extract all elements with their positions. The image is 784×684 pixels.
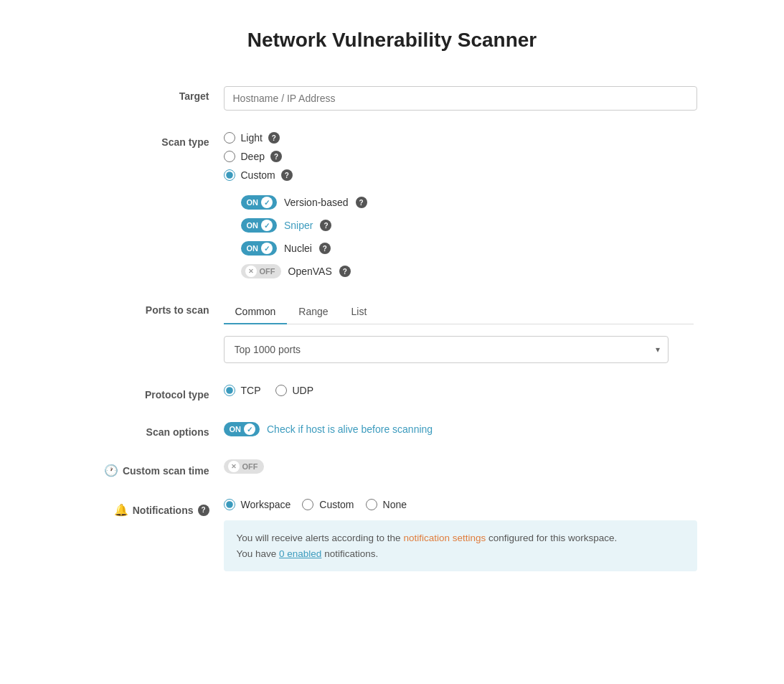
light-help-icon[interactable]: ? bbox=[268, 132, 280, 144]
scan-type-light-label: Light bbox=[241, 132, 263, 144]
notif-custom-radio[interactable] bbox=[302, 499, 313, 510]
openvas-toggle-row: OFF OpenVAS ? bbox=[241, 264, 694, 278]
openvas-help-icon[interactable]: ? bbox=[339, 266, 351, 277]
version-based-toggle-row: ON Version-based ? bbox=[241, 195, 694, 210]
protocol-tcp-item[interactable]: TCP bbox=[224, 385, 261, 396]
custom-scan-time-x-icon bbox=[228, 461, 240, 472]
scan-options-row: Scan options ON Check if host is alive b… bbox=[91, 422, 694, 438]
scan-type-deep-label: Deep bbox=[241, 151, 265, 162]
nuclei-toggle-row: ON Nuclei ? bbox=[241, 241, 694, 256]
notif-workspace-item[interactable]: Workspace bbox=[224, 499, 291, 510]
scan-type-light-radio[interactable] bbox=[224, 132, 235, 144]
protocol-udp-item[interactable]: UDP bbox=[275, 385, 314, 396]
openvas-toggle-off-text: OFF bbox=[260, 267, 275, 276]
scan-type-custom-radio[interactable] bbox=[224, 169, 235, 181]
protocol-udp-label: UDP bbox=[293, 385, 314, 396]
custom-scan-time-row: 🕐 Custom scan time OFF bbox=[91, 459, 694, 477]
notif-none-radio[interactable] bbox=[366, 499, 377, 510]
notifications-content: Workspace Custom None You will receive a… bbox=[224, 499, 697, 571]
notifications-row: 🔔 Notifications ? Workspace Custom None bbox=[91, 499, 694, 571]
custom-scan-time-content: OFF bbox=[224, 459, 694, 474]
sniper-help-icon[interactable]: ? bbox=[320, 220, 331, 231]
scan-type-custom-label: Custom bbox=[241, 169, 275, 181]
target-input[interactable] bbox=[224, 86, 697, 111]
protocol-udp-radio[interactable] bbox=[275, 385, 287, 396]
openvas-x-icon bbox=[245, 266, 257, 277]
scan-type-light-item[interactable]: Light ? bbox=[224, 132, 694, 144]
nuclei-toggle-on-text: ON bbox=[247, 244, 259, 253]
protocol-tcp-radio[interactable] bbox=[224, 385, 235, 396]
notif-info-line1-prefix: You will receive alerts according to the bbox=[237, 533, 404, 543]
custom-scan-time-label-wrapper: 🕐 Custom scan time bbox=[91, 459, 224, 477]
protocol-type-row: Protocol type TCP UDP bbox=[91, 385, 694, 400]
scan-options-toggle-row: ON Check if host is alive before scannin… bbox=[224, 422, 694, 436]
target-row: Target bbox=[91, 86, 694, 111]
scan-type-content: Light ? Deep ? Custom ? bbox=[224, 132, 694, 278]
notif-info-line2-prefix: You have bbox=[237, 548, 280, 559]
clock-icon: 🕐 bbox=[104, 464, 118, 477]
protocol-radio-group: TCP UDP bbox=[224, 385, 694, 396]
scan-options-label: Scan options bbox=[91, 422, 224, 438]
sniper-toggle-row: ON Sniper ? bbox=[241, 218, 694, 233]
scan-options-toggle[interactable]: ON bbox=[224, 422, 260, 436]
ports-to-scan-row: Ports to scan Common Range List Top 1000… bbox=[91, 300, 694, 363]
target-content bbox=[224, 86, 697, 111]
scan-options-check-icon bbox=[244, 423, 255, 435]
notifications-help-icon[interactable]: ? bbox=[198, 505, 209, 516]
sniper-label: Sniper bbox=[284, 220, 313, 231]
scan-type-deep-radio[interactable] bbox=[224, 151, 235, 162]
deep-help-icon[interactable]: ? bbox=[270, 151, 282, 162]
custom-scan-time-toggle[interactable]: OFF bbox=[224, 459, 264, 474]
notifications-info-box: You will receive alerts according to the… bbox=[224, 520, 697, 571]
scan-type-radio-group: Light ? Deep ? Custom ? bbox=[224, 132, 694, 278]
target-label: Target bbox=[91, 86, 224, 102]
custom-scan-time-label: Custom scan time bbox=[123, 465, 209, 477]
scan-options-description: Check if host is alive before scanning bbox=[267, 423, 433, 435]
sniper-check-icon bbox=[261, 220, 273, 231]
tab-list[interactable]: List bbox=[340, 300, 379, 324]
version-based-toggle[interactable]: ON bbox=[241, 195, 278, 210]
notif-info-line1-suffix: configured for this workspace. bbox=[486, 533, 617, 543]
sniper-toggle[interactable]: ON bbox=[241, 218, 278, 233]
notifications-label-wrapper: 🔔 Notifications ? bbox=[91, 499, 224, 517]
scan-options-content: ON Check if host is alive before scannin… bbox=[224, 422, 694, 436]
notif-none-item[interactable]: None bbox=[366, 499, 407, 510]
ports-to-scan-label: Ports to scan bbox=[91, 300, 224, 316]
protocol-type-content: TCP UDP bbox=[224, 385, 694, 396]
notif-custom-label: Custom bbox=[319, 499, 354, 510]
nuclei-help-icon[interactable]: ? bbox=[319, 243, 331, 254]
nuclei-check-icon bbox=[261, 243, 273, 254]
version-based-label: Version-based bbox=[284, 197, 349, 208]
sniper-toggle-on-text: ON bbox=[247, 221, 259, 230]
tab-common[interactable]: Common bbox=[224, 300, 288, 324]
protocol-type-label: Protocol type bbox=[91, 385, 224, 400]
notif-none-label: None bbox=[383, 499, 407, 510]
notif-info-line2-suffix: notifications. bbox=[321, 548, 378, 559]
version-based-help-icon[interactable]: ? bbox=[356, 197, 367, 208]
ports-select[interactable]: Top 1000 ports Top 100 ports All ports bbox=[224, 336, 669, 363]
version-based-toggle-on-text: ON bbox=[247, 198, 259, 207]
notifications-label: Notifications bbox=[133, 505, 194, 516]
scan-type-label: Scan type bbox=[91, 132, 224, 148]
notif-enabled-link[interactable]: 0 enabled bbox=[279, 548, 321, 559]
notif-settings-link[interactable]: notification settings bbox=[403, 533, 486, 543]
ports-select-wrapper: Top 1000 ports Top 100 ports All ports ▾ bbox=[224, 336, 669, 363]
nuclei-label: Nuclei bbox=[284, 243, 312, 254]
custom-options-group: ON Version-based ? ON Sniper ? bbox=[241, 195, 694, 278]
ports-tabs: Common Range List bbox=[224, 300, 694, 324]
scan-type-row: Scan type Light ? Deep ? Custo bbox=[91, 132, 694, 278]
notif-workspace-radio[interactable] bbox=[224, 499, 235, 510]
scan-type-deep-item[interactable]: Deep ? bbox=[224, 151, 694, 162]
openvas-label: OpenVAS bbox=[288, 266, 332, 277]
ports-to-scan-content: Common Range List Top 1000 ports Top 100… bbox=[224, 300, 694, 363]
protocol-tcp-label: TCP bbox=[241, 385, 261, 396]
version-based-check-icon bbox=[261, 197, 273, 208]
notif-custom-item[interactable]: Custom bbox=[302, 499, 354, 510]
tab-range[interactable]: Range bbox=[287, 300, 339, 324]
scan-type-custom-item[interactable]: Custom ? bbox=[224, 169, 694, 181]
custom-help-icon[interactable]: ? bbox=[281, 169, 293, 181]
scan-options-toggle-on-text: ON bbox=[230, 425, 242, 434]
bell-icon: 🔔 bbox=[114, 503, 128, 517]
openvas-toggle[interactable]: OFF bbox=[241, 264, 281, 278]
nuclei-toggle[interactable]: ON bbox=[241, 241, 278, 256]
